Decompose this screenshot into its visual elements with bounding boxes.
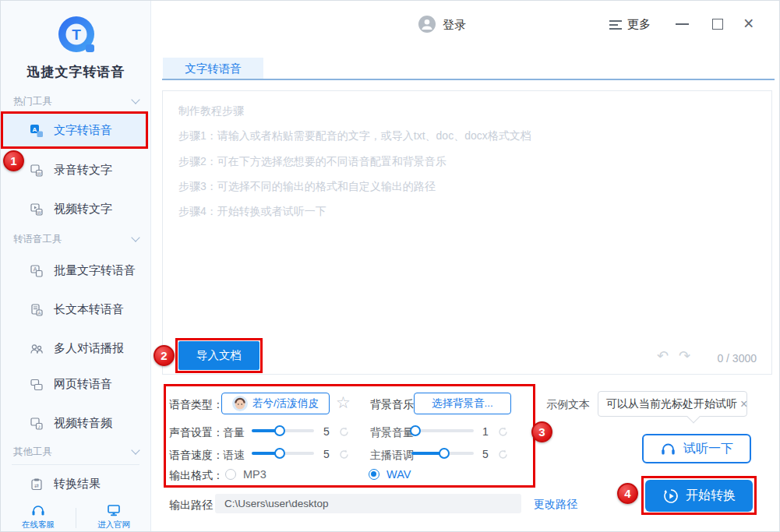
sidebar-item-text-to-speech[interactable]: A 文字转语音 [1,112,149,149]
bg-volume-label: 背景音量 [370,425,414,439]
convert-label: 开始转换 [686,488,736,504]
section-label: 转语音工具 [13,233,62,246]
batch-text-to-speech-icon: A [30,264,44,278]
rate-value: 5 [323,448,330,460]
long-text-to-speech-icon: A [30,303,44,317]
radio-mp3[interactable] [225,469,236,480]
item-label: 转换结果 [54,477,101,491]
avatar [418,16,436,35]
svg-text:A: A [37,310,41,315]
tone-label: 主播语调 [370,448,414,462]
volume-slider[interactable] [252,425,314,436]
svg-text:♪: ♪ [37,423,41,428]
sidebar-section-tts-tools[interactable]: 转语音工具 [1,231,151,248]
preview-label: 试听一下 [683,441,733,457]
annotation-3: 3 [531,421,552,442]
footer-label: 进入官网 [97,520,130,530]
bubble-notch [687,410,701,424]
sidebar-section-hot-tools[interactable]: 热门工具 [1,93,151,110]
item-label: 视频转文字 [54,202,112,217]
headphones-icon [660,442,676,456]
bg-volume-slider[interactable] [411,425,474,436]
tab-underline [162,79,775,80]
app-window: T 迅捷文字转语音 热门工具 A 文字转语音 W [0,0,780,532]
radio-mp3-label[interactable]: MP3 [243,468,266,481]
play-icon [662,488,679,505]
reset-icon[interactable] [497,426,509,438]
redo-icon[interactable]: ↷ [679,348,690,364]
chevron-down-icon [131,95,139,104]
video-to-text-icon: W [30,203,44,217]
app-logo: T [54,13,99,58]
item-label: 文字转语音 [54,123,112,138]
sidebar-item-results[interactable]: ⇄ 转换结果 [1,466,149,502]
section-label: 热门工具 [13,95,52,108]
sound-settings-label: 声音设置： [169,425,224,439]
item-label: 长文本转语音 [54,302,124,317]
svg-text:W: W [37,171,41,175]
item-label: 多人对话播报 [54,341,124,356]
sidebar-section-other-tools[interactable]: 其他工具 [1,443,151,460]
sidebar-item-batch-tts[interactable]: A 批量文字转语音 [1,252,149,289]
tab-text-to-speech[interactable]: 文字转语音 [163,58,263,79]
sample-text-label: 示例文本 [546,397,590,411]
voice-type-label: 语音类型： [169,397,224,411]
reset-icon[interactable] [497,449,509,460]
sidebar-item-video-to-audio[interactable]: ♪ 视频转音频 [1,405,149,442]
item-label: 批量文字转语音 [54,263,136,278]
placeholder-step: 步骤3：可选择不同的输出的格式和自定义输出的路径 [178,178,436,194]
voice-type-button[interactable]: 若兮/活泼俏皮 [221,393,330,414]
official-website-button[interactable]: 进入官网 [76,502,151,532]
reset-icon[interactable] [338,426,350,438]
sidebar-item-video-to-text[interactable]: W 视频转文字 [1,191,149,227]
annotation-1: 1 [3,150,24,171]
radio-wav[interactable] [369,469,379,480]
favorite-star-icon[interactable]: ☆ [336,394,351,411]
placeholder-step: 步骤4：开始转换或者试听一下 [178,203,326,219]
voice-avatar [232,396,248,411]
app-title: 迅捷文字转语音 [1,63,151,81]
close-button[interactable]: × [743,12,754,34]
sidebar: T 迅捷文字转语音 热门工具 A 文字转语音 W [1,1,151,532]
import-document-button[interactable]: 导入文档 [178,341,259,370]
video-to-audio-icon: ♪ [30,417,44,431]
convert-button[interactable]: 开始转换 [645,480,753,512]
svg-text:⇄: ⇄ [34,482,39,488]
minimize-button[interactable] [676,23,689,25]
annotation-2: 2 [154,345,175,366]
reset-icon[interactable] [338,449,350,460]
svg-text:A: A [33,125,37,132]
results-icon: ⇄ [30,477,44,491]
sidebar-item-long-text-tts[interactable]: A 长文本转语音 [1,291,149,328]
section-label: 其他工具 [13,446,52,459]
undo-icon[interactable]: ↶ [657,348,669,364]
item-label: 视频转音频 [54,416,112,431]
output-format-label: 输出格式： [169,468,224,482]
preview-button[interactable]: 试听一下 [642,434,751,463]
text-to-speech-icon: A [30,124,44,138]
output-path-input[interactable]: C:\Users\user\desktop [215,494,521,513]
item-label: 录音转文字 [54,163,112,178]
item-label: 网页转语音 [54,377,112,392]
multi-voice-icon [30,342,44,356]
close-icon[interactable]: × [737,397,747,411]
placeholder-title: 制作教程步骤 [178,103,244,118]
bgm-label: 背景音乐 [370,397,414,411]
login-label: 登录 [443,18,466,33]
radio-wav-label[interactable]: WAV [386,468,411,481]
rate-slider[interactable] [252,448,314,459]
sample-text-input[interactable]: 可以从当前光标处开始试听 × [598,391,747,417]
tone-slider[interactable] [411,448,474,459]
bgm-select-button[interactable]: 选择背景音... [414,393,511,414]
more-menu-button[interactable]: 更多 [609,17,651,32]
webpage-to-speech-icon [30,378,44,392]
maximize-button[interactable] [712,19,723,30]
rate-label: 语速 [223,448,245,462]
login-button[interactable]: 登录 [418,16,466,35]
headset-icon [30,505,46,518]
online-service-button[interactable]: 在线客服 [1,502,76,532]
sidebar-item-webpage-tts[interactable]: 网页转语音 [1,366,149,403]
voice-type-value: 若兮/活泼俏皮 [252,396,319,410]
change-path-link[interactable]: 更改路径 [534,498,577,512]
sidebar-item-multi-voice[interactable]: 多人对话播报 [1,330,149,367]
